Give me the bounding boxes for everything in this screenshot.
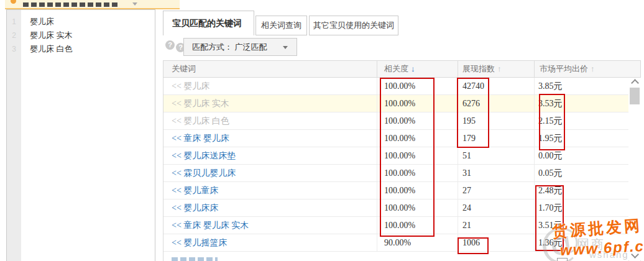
keyword-label: 婴儿床: [30, 15, 54, 29]
table-row: << 童床 婴儿床 实木 100.00% 21 3.51元: [163, 217, 628, 234]
sort-desc-icon: ↓: [411, 64, 415, 73]
keyword-link[interactable]: << 童床 婴儿床: [172, 130, 374, 147]
sidebar-item-keyword-1[interactable]: 1 婴儿床: [7, 15, 155, 29]
keyword-link[interactable]: << 童床 婴儿床 实木: [172, 217, 374, 234]
keyword-analysis-screen: 1 婴儿床 2 婴儿床 实木 3 婴儿床 白色 宝贝匹配的关键词? 相关词查询 …: [0, 0, 644, 261]
clipped-notice-banner: [5, 0, 180, 9]
sidebar-item-keyword-2[interactable]: 2 婴儿床 实木: [7, 29, 155, 42]
impressions-cell: 195: [462, 112, 476, 129]
keyword-link[interactable]: << 婴儿床床: [172, 199, 374, 216]
price-cell: 3.51元: [538, 217, 563, 234]
clipped-price-text: [557, 258, 568, 261]
keyword-table: 关键词 相关度↓ 展现指数↑ 市场平均出价↑ << 婴儿床 100.00% 42…: [163, 60, 641, 261]
relevance-cell: 100.00%: [384, 147, 415, 164]
table-row: << 婴儿摇篮床 90.00% 1006 1.36元: [163, 234, 628, 252]
scroll-up-button[interactable]: [628, 78, 641, 86]
column-header-avg-price-sort[interactable]: 市场平均出价↑: [540, 61, 595, 77]
relevance-cell: 100.00%: [384, 78, 415, 94]
table-row: << 童床 婴儿床 100.00% 179 1.95元: [163, 130, 628, 147]
relevance-cell: 100.00%: [384, 182, 415, 199]
price-cell: 1.36元: [538, 234, 563, 251]
relevance-cell: 100.00%: [384, 199, 415, 216]
column-divider: [458, 61, 458, 77]
tab-label: 相关词查询: [261, 21, 301, 30]
notice-dot-icon: [11, 0, 16, 4]
keyword-cell: << 婴儿床: [172, 78, 374, 94]
tab-label: 宝贝匹配的关键词: [172, 18, 242, 28]
line-number: 1: [7, 15, 21, 29]
chevron-up-icon: [631, 79, 639, 87]
table-row-clipped: [163, 252, 628, 261]
relevance-cell: 100.00%: [384, 112, 415, 129]
table-body: << 婴儿床 100.00% 42740 3.85元 << 婴儿床 实木 100…: [163, 78, 629, 261]
banner-caret-icon: [132, 2, 137, 6]
impressions-cell: 42740: [462, 78, 484, 94]
chevron-down-icon: [631, 250, 639, 259]
table-row-highlighted: << 婴儿床 实木 100.00% 6276 3.53元: [163, 95, 628, 112]
tab-matched-keywords[interactable]: 宝贝匹配的关键词?: [163, 11, 254, 35]
keyword-cell: << 婴儿床 实木: [172, 95, 374, 112]
price-cell: 1.95元: [538, 130, 563, 147]
scrollbar-thumb[interactable]: [630, 88, 640, 104]
column-header-relevance-sort[interactable]: 相关度↓: [384, 61, 415, 77]
chevron-down-icon: [283, 46, 288, 49]
impressions-cell: 31: [462, 165, 471, 181]
vertical-scrollbar[interactable]: [628, 78, 641, 260]
impressions-cell: 51: [462, 147, 471, 164]
table-row: << 婴儿童床 100.00% 27 2.48元: [163, 182, 628, 199]
sort-asc-icon: ↑: [591, 64, 595, 73]
query-keyword-list: 1 婴儿床 2 婴儿床 实木 3 婴儿床 白色: [6, 9, 155, 261]
price-cell: 1.70元: [538, 199, 563, 216]
impressions-cell: 24: [462, 199, 471, 216]
table-header-row: 关键词 相关度↓ 展现指数↑ 市场平均出价↑: [163, 60, 640, 78]
table-row: << 霖贝儿婴儿床 100.00% 31 0.05元: [163, 165, 628, 182]
keyword-cell: << 婴儿床 白色: [172, 112, 374, 129]
price-cell: 3.53元: [538, 95, 563, 112]
table-row: << 婴儿床 白色 100.00% 195 2.15元: [163, 112, 628, 130]
column-divider: [534, 61, 535, 77]
clipped-banner-text: [23, 2, 117, 7]
line-number: 3: [7, 42, 21, 56]
keyword-link[interactable]: << 霖贝儿婴儿床: [172, 165, 374, 181]
sidebar-item-keyword-3[interactable]: 3 婴儿床 白色: [7, 42, 155, 56]
column-header-keyword: 关键词: [172, 61, 196, 77]
tab-other-item-keywords[interactable]: 其它宝贝使用的关键词: [309, 16, 398, 35]
relevance-cell: 100.00%: [384, 165, 415, 181]
clipped-keyword-text: [172, 257, 218, 261]
keyword-label: 婴儿床 实木: [30, 29, 73, 42]
sort-asc-icon: ↑: [497, 64, 502, 73]
scroll-down-button[interactable]: [628, 252, 641, 260]
keyword-link[interactable]: << 婴儿摇篮床: [172, 234, 374, 251]
price-cell: 0.00元: [538, 147, 563, 164]
table-row: << 婴儿床送床垫 100.00% 51 0.00元: [163, 147, 628, 165]
impressions-cell: 6276: [462, 95, 480, 112]
impressions-cell: 21: [462, 217, 471, 234]
price-cell: 2.15元: [538, 112, 563, 129]
keyword-label: 婴儿床 白色: [30, 42, 73, 56]
keyword-list: 1 婴儿床 2 婴儿床 实木 3 婴儿床 白色: [7, 15, 155, 56]
price-cell: 2.48元: [538, 182, 563, 199]
impressions-cell: 179: [462, 130, 476, 147]
tab-related-word-query[interactable]: 相关词查询: [255, 16, 307, 35]
keyword-link[interactable]: << 婴儿床送床垫: [172, 147, 374, 164]
column-header-impressions-sort[interactable]: 展现指数↑: [462, 61, 502, 77]
keyword-link[interactable]: << 婴儿童床: [172, 182, 374, 199]
relevance-cell: 100.00%: [384, 130, 415, 147]
price-cell: 0.05元: [538, 165, 563, 181]
table-row: << 婴儿床 100.00% 42740 3.85元: [163, 78, 628, 95]
line-number: 2: [7, 29, 21, 42]
table-row: << 婴儿床床 100.00% 24 1.70元: [163, 199, 628, 217]
impressions-cell: 1006: [462, 234, 480, 251]
price-cell: 3.85元: [538, 78, 563, 94]
match-mode-label: 匹配方式： 广泛匹配: [192, 42, 267, 52]
relevance-cell: 90.00%: [384, 234, 411, 251]
help-icon[interactable]: ?: [165, 40, 175, 50]
column-divider: [377, 61, 377, 77]
relevance-cell: 100.00%: [384, 217, 415, 234]
tab-label: 其它宝贝使用的关键词: [313, 21, 394, 30]
impressions-cell: 27: [462, 182, 471, 199]
relevance-cell: 100.00%: [384, 95, 415, 112]
match-mode-dropdown[interactable]: 匹配方式： 广泛匹配: [183, 38, 297, 56]
